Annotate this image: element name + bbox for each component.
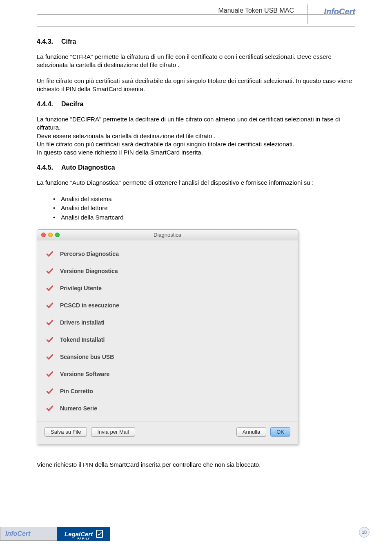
diag-label: Percorso Diagnostica xyxy=(60,251,119,257)
diag-row: Versione Diagnostica xyxy=(45,262,290,280)
check-icon xyxy=(45,387,54,396)
footer-bar: InfoCert LegalCert ✓ FAMILY xyxy=(0,527,110,541)
heading-num: 4.4.5. xyxy=(37,164,53,171)
brand-logo: InfoCert xyxy=(324,7,355,16)
diag-label: Scansione bus USB xyxy=(60,354,114,360)
cancel-button[interactable]: Annulla xyxy=(236,427,266,437)
list-item: Analisi del lettore xyxy=(53,204,355,213)
heading-num: 4.4.3. xyxy=(37,38,53,45)
doc-title: Manuale Token USB MAC xyxy=(218,7,294,14)
check-icon xyxy=(45,335,54,344)
para-block: La funzione "DECIFRA" permette la decifr… xyxy=(37,115,355,157)
check-icon xyxy=(45,249,54,258)
diag-row: Drivers Installati xyxy=(45,314,290,331)
heading-443: 4.4.3.Cifra xyxy=(37,38,355,45)
send-mail-button[interactable]: Invia per Mail xyxy=(91,427,135,437)
check-icon xyxy=(45,267,54,276)
diag-label: Versione Diagnostica xyxy=(60,268,118,274)
ok-button[interactable]: OK xyxy=(270,427,290,437)
save-file-button[interactable]: Salva su File xyxy=(45,427,87,437)
heading-title: Auto Diagnostica xyxy=(61,164,115,171)
diag-label: PCSCD in esecuzione xyxy=(60,302,119,309)
diag-label: Tokend Installati xyxy=(60,336,105,343)
footer-family: FAMILY xyxy=(77,537,90,540)
header-rule: Manuale Token USB MAC InfoCert xyxy=(37,14,355,27)
bullet-list: Analisi del sistema Analisi del lettore … xyxy=(53,195,355,222)
footer-brand-label: LegalCert xyxy=(65,531,93,538)
diag-label: Privilegi Utente xyxy=(60,285,102,291)
footer-brand-legalcert: LegalCert ✓ FAMILY xyxy=(57,527,110,541)
diag-row: Pin Corretto xyxy=(45,383,290,400)
diag-row: Tokend Installati xyxy=(45,331,290,348)
para: In questo caso viene richiesto il PIN de… xyxy=(37,149,203,156)
dialog-footer: Salva su File Invia per Mail Annulla OK xyxy=(37,421,298,444)
diag-label: Drivers Installati xyxy=(60,319,105,326)
dialog-body: Percorso Diagnostica Versione Diagnostic… xyxy=(37,240,298,421)
list-item: Analisi della Smartcard xyxy=(53,213,355,222)
titlebar: Diagnostica xyxy=(37,230,298,240)
check-icon xyxy=(45,404,54,413)
header-divider xyxy=(307,4,308,24)
diag-row: Versione Software xyxy=(45,365,290,383)
diag-label: Versione Software xyxy=(60,371,109,377)
page: Manuale Token USB MAC InfoCert 4.4.3.Cif… xyxy=(0,0,392,551)
diag-row: PCSCD in esecuzione xyxy=(45,297,290,314)
footer-brand-infocert: InfoCert xyxy=(0,527,57,541)
para: La funzione "DECIFRA" permette la decifr… xyxy=(37,116,340,131)
diag-row: Numero Serie xyxy=(45,400,290,417)
checkbox-icon: ✓ xyxy=(96,530,103,538)
para: Viene richiesto il PIN della SmartCard i… xyxy=(37,461,355,469)
para: Un file cifrato con più certificati sarà… xyxy=(37,141,294,148)
diag-label: Pin Corretto xyxy=(60,388,93,394)
heading-title: Decifra xyxy=(61,101,83,108)
page-footer: InfoCert LegalCert ✓ FAMILY 18 xyxy=(0,524,392,541)
heading-title: Cifra xyxy=(61,38,76,45)
diag-label: Numero Serie xyxy=(60,405,97,412)
diagnostica-dialog: Diagnostica Percorso Diagnostica Version… xyxy=(37,229,298,444)
diag-row: Percorso Diagnostica xyxy=(45,245,290,262)
check-icon xyxy=(45,318,54,327)
heading-num: 4.4.4. xyxy=(37,101,53,108)
heading-444: 4.4.4.Decifra xyxy=(37,101,355,108)
check-icon xyxy=(45,301,54,310)
check-icon xyxy=(45,284,54,293)
para: La funzione "CIFRA" permette la cifratur… xyxy=(37,53,355,69)
check-icon xyxy=(45,352,54,361)
diag-row: Scansione bus USB xyxy=(45,348,290,365)
diag-row: Privilegi Utente xyxy=(45,280,290,297)
spacer xyxy=(139,427,232,437)
footer-brand-label: InfoCert xyxy=(5,530,30,538)
para: Un file cifrato con più certificati sarà… xyxy=(37,77,355,94)
para: Deve essere selezionata la cartella di d… xyxy=(37,132,216,139)
page-number: 18 xyxy=(359,527,370,538)
check-icon xyxy=(45,370,54,379)
heading-445: 4.4.5.Auto Diagnostica xyxy=(37,164,355,171)
para: La funzione "Auto Diagnostica" permette … xyxy=(37,179,355,187)
list-item: Analisi del sistema xyxy=(53,195,355,204)
window-title: Diagnostica xyxy=(37,232,298,238)
